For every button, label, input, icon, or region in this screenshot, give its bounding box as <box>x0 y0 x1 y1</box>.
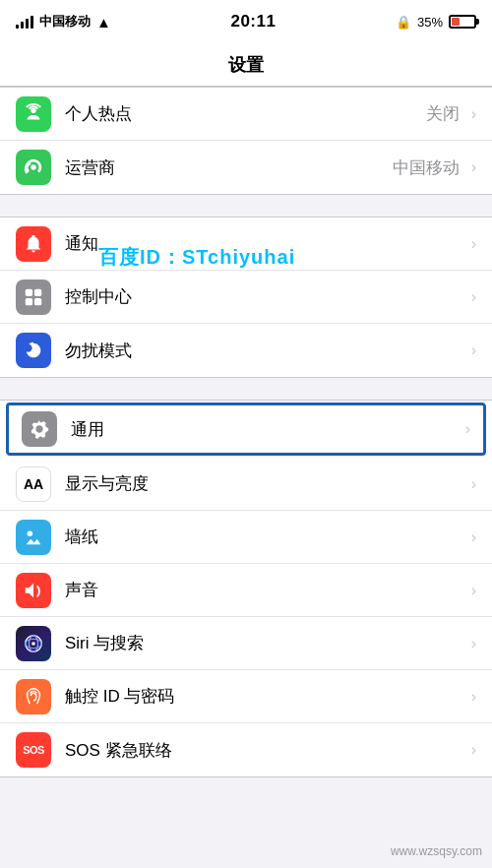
wallpaper-item[interactable]: 墙纸 › <box>0 511 492 564</box>
general-label: 通用 <box>71 418 461 441</box>
notifications-item[interactable]: 通知 › <box>0 217 492 271</box>
status-bar: 中国移动 ▲ 20:11 🔒 35% <box>0 0 492 43</box>
touch-id-icon <box>16 679 51 714</box>
do-not-disturb-label: 勿扰模式 <box>65 340 467 362</box>
svg-point-6 <box>28 530 32 536</box>
chevron-icon: › <box>471 528 476 546</box>
display-item[interactable]: AA 显示与亮度 › <box>0 458 492 511</box>
battery-percent: 35% <box>417 15 443 30</box>
siri-item[interactable]: Siri 与搜索 › <box>0 617 492 670</box>
status-time: 20:11 <box>230 12 276 31</box>
chevron-icon: › <box>471 158 476 176</box>
wallpaper-label: 墙纸 <box>65 526 467 548</box>
general-icon <box>22 411 57 447</box>
chevron-icon: › <box>471 582 476 599</box>
do-not-disturb-item[interactable]: 勿扰模式 › <box>0 324 492 377</box>
svg-point-1 <box>31 164 36 170</box>
chevron-icon: › <box>471 235 476 253</box>
section-divider-2 <box>0 378 492 400</box>
personal-hotspot-icon <box>16 96 51 132</box>
carrier-label: 中国移动 <box>39 13 91 31</box>
general-item[interactable]: 通用 › <box>6 403 486 456</box>
settings-group-3: 通用 › AA 显示与亮度 › 墙纸 › <box>0 400 492 777</box>
notifications-label: 通知 <box>65 232 467 255</box>
status-left: 中国移动 ▲ <box>16 13 111 31</box>
chevron-icon: › <box>471 341 476 359</box>
wallpaper-icon <box>16 520 51 555</box>
battery-indicator <box>449 15 476 29</box>
sos-item[interactable]: SOS SOS 紧急联络 › <box>0 723 492 776</box>
wifi-icon: ▲ <box>96 14 111 31</box>
sounds-icon <box>16 573 51 608</box>
carrier-icon <box>16 150 51 185</box>
display-icon: AA <box>16 466 51 502</box>
sos-label: SOS 紧急联络 <box>65 739 467 762</box>
hotspot-item[interactable]: 个人热点 关闭 › <box>0 88 492 141</box>
chevron-icon: › <box>465 420 470 438</box>
control-center-item[interactable]: 控制中心 › <box>0 271 492 324</box>
chevron-icon: › <box>471 688 476 706</box>
svg-rect-4 <box>26 297 32 304</box>
touch-id-label: 触控 ID 与密码 <box>65 685 467 708</box>
do-not-disturb-icon <box>16 333 51 368</box>
chevron-icon: › <box>471 635 476 652</box>
touch-id-item[interactable]: 触控 ID 与密码 › <box>0 670 492 723</box>
carrier-item[interactable]: 运营商 中国移动 › <box>0 141 492 194</box>
siri-label: Siri 与搜索 <box>65 632 467 654</box>
svg-rect-5 <box>34 297 41 304</box>
page-title: 设置 <box>228 53 264 77</box>
svg-rect-3 <box>34 288 41 295</box>
sos-icon: SOS <box>16 732 51 768</box>
chevron-icon: › <box>471 288 476 306</box>
display-label: 显示与亮度 <box>65 472 467 495</box>
carrier-value: 中国移动 <box>393 156 460 179</box>
section-divider-1 <box>0 195 492 217</box>
hotspot-label: 个人热点 <box>65 102 426 125</box>
hotspot-value: 关闭 <box>426 102 460 125</box>
lock-icon: 🔒 <box>396 15 411 30</box>
notifications-icon <box>16 226 51 262</box>
status-right: 🔒 35% <box>396 15 476 30</box>
nav-bar: 设置 <box>0 43 492 87</box>
chevron-icon: › <box>471 475 476 493</box>
chevron-icon: › <box>471 105 476 123</box>
carrier-label: 运营商 <box>65 156 393 179</box>
svg-point-0 <box>31 107 36 113</box>
svg-point-10 <box>31 642 35 646</box>
settings-container: 个人热点 关闭 › 运营商 中国移动 › <box>0 87 492 868</box>
control-center-label: 控制中心 <box>65 285 467 308</box>
sounds-item[interactable]: 声音 › <box>0 564 492 617</box>
siri-icon <box>16 626 51 661</box>
signal-bars <box>16 15 33 29</box>
settings-group-1: 个人热点 关闭 › 运营商 中国移动 › <box>0 87 492 195</box>
control-center-icon <box>16 279 51 315</box>
sounds-label: 声音 <box>65 579 467 601</box>
settings-group-2: 通知 › 控制中心 › 勿扰模式 › <box>0 217 492 378</box>
svg-rect-2 <box>26 288 32 295</box>
chevron-icon: › <box>471 741 476 759</box>
